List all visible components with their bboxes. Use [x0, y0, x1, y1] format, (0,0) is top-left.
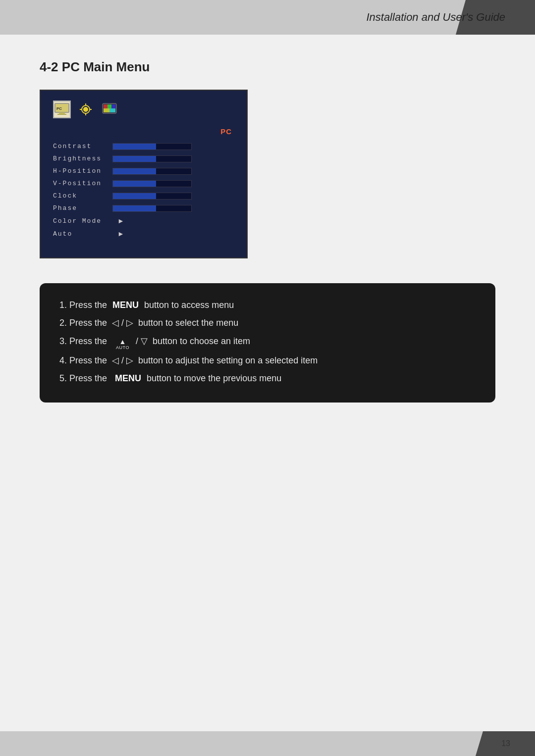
section-title: 4-2 PC Main Menu [40, 59, 495, 75]
instruction-5-text-before: 5. Press the [59, 370, 112, 386]
instruction-1-text: button to access menu [142, 297, 234, 313]
instruction-2-text: 2. Press the ◁ / ▷ button to select the … [59, 315, 238, 331]
svg-rect-13 [107, 104, 111, 108]
instruction-4-text: 4. Press the ◁ / ▷ button to adjust the … [59, 353, 318, 368]
header: Installation and User's Guide [0, 0, 535, 35]
svg-text:PC: PC [56, 106, 62, 111]
svg-rect-12 [104, 104, 107, 108]
contrast-label: Contrast [53, 143, 107, 150]
menu-item-vposition: V-Position [53, 180, 234, 187]
instruction-3-text-before: 3. Press the [59, 333, 112, 349]
instruction-5-text-after: button to move the previous menu [144, 370, 281, 386]
pc-icon: PC [53, 101, 71, 118]
auto-arrow-container: ► [112, 230, 234, 238]
clock-track [112, 193, 192, 200]
instruction-5-menu-bold: MENU [115, 370, 141, 386]
brightness-fill [113, 156, 156, 162]
pc-active-label: PC [220, 127, 232, 136]
instruction-5: 5. Press the MENU button to move the pre… [59, 370, 476, 386]
auto-arrow: ► [117, 230, 124, 238]
color-mode-icon [101, 101, 118, 118]
hposition-track [112, 168, 192, 175]
brightness-icon [77, 101, 95, 118]
menu-item-auto: Auto ► [53, 230, 234, 238]
instruction-2: 2. Press the ◁ / ▷ button to select the … [59, 315, 476, 331]
header-title: Installation and User's Guide [366, 11, 505, 24]
instruction-4: 4. Press the ◁ / ▷ button to adjust the … [59, 353, 476, 368]
menu-item-hposition: H-Position [53, 167, 234, 175]
instruction-3: 3. Press the ▲ AUTO / ▽ button to choose… [59, 333, 476, 351]
menu-item-phase: Phase [53, 204, 234, 212]
contrast-track [112, 143, 192, 150]
pc-icon-svg: PC [54, 101, 70, 117]
clock-fill [113, 193, 156, 199]
menu-item-colormode: Color Mode ► [53, 217, 234, 225]
footer: 13 [0, 731, 535, 756]
vposition-bar [112, 180, 234, 187]
brightness-label: Brightness [53, 155, 107, 162]
menu-icons-row: PC [53, 101, 234, 122]
instruction-3-text-after: / ▽ button to choose an item [133, 333, 250, 349]
instruction-1-menu-bold: MENU [112, 297, 139, 313]
page-number: 13 [501, 739, 510, 748]
brightness-bar [112, 155, 234, 162]
phase-track [112, 205, 192, 212]
menu-items-list: Contrast Brightness H-Position [53, 143, 234, 238]
menu-item-brightness: Brightness [53, 155, 234, 162]
svg-rect-1 [59, 112, 65, 114]
clock-bar [112, 193, 234, 200]
instruction-1: 1. Press the MENU button to access menu [59, 297, 476, 313]
pc-label-row: PC [53, 127, 234, 136]
hposition-bar [112, 168, 234, 175]
svg-rect-2 [57, 114, 66, 115]
svg-rect-16 [109, 108, 115, 112]
vposition-label: V-Position [53, 180, 107, 187]
instructions-box: 1. Press the MENU button to access menu … [40, 283, 495, 403]
menu-item-clock: Clock [53, 192, 234, 200]
clock-label: Clock [53, 192, 107, 200]
auto-label: Auto [53, 230, 107, 238]
instruction-1-number: 1. Press the [59, 297, 109, 313]
vposition-fill [113, 181, 156, 187]
vposition-track [112, 180, 192, 187]
menu-item-contrast: Contrast [53, 143, 234, 150]
svg-point-5 [83, 107, 88, 112]
monitor-menu-screenshot: PC [40, 90, 248, 258]
auto-button-symbol: ▲ AUTO [116, 338, 129, 351]
svg-rect-15 [104, 108, 109, 112]
phase-fill [113, 205, 156, 211]
hposition-fill [113, 168, 156, 174]
brightness-icon-svg [78, 101, 94, 117]
main-content: 4-2 PC Main Menu PC [0, 35, 535, 447]
colormode-arrow-container: ► [112, 217, 234, 225]
brightness-track [112, 155, 192, 162]
auto-up-arrow: ▲ [119, 338, 126, 346]
hposition-label: H-Position [53, 167, 107, 175]
phase-bar [112, 205, 234, 212]
colormode-arrow: ► [117, 217, 124, 225]
phase-label: Phase [53, 204, 107, 212]
color-icon-svg [102, 101, 117, 117]
auto-sub-text: AUTO [116, 346, 129, 351]
colormode-label: Color Mode [53, 217, 107, 225]
contrast-bar [112, 143, 234, 150]
svg-rect-14 [111, 104, 115, 108]
contrast-fill [113, 144, 156, 150]
